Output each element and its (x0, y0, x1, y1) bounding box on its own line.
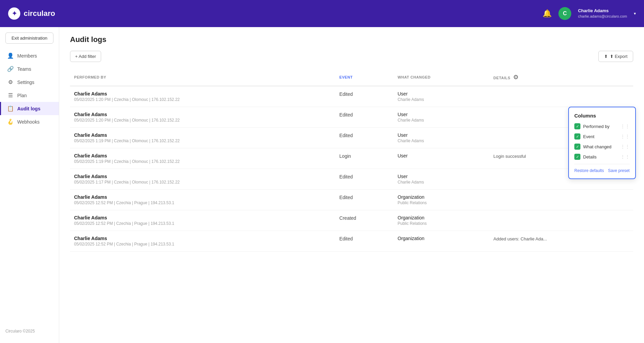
cell-performed-by: Charlie Adams 05/02/2025 12:52 PM | Czec… (70, 231, 335, 252)
restore-defaults-link[interactable]: Restore defaults (574, 168, 604, 173)
sidebar-item-label: Teams (17, 66, 31, 72)
table-row: Charlie Adams 05/02/2025 12:52 PM | Czec… (70, 210, 633, 231)
sidebar-item-webhooks[interactable]: 🪝 Webhooks (0, 115, 59, 128)
cell-performed-by: Charlie Adams 05/02/2025 1:20 PM | Czech… (70, 86, 335, 107)
cell-performed-by: Charlie Adams 05/02/2025 12:52 PM | Czec… (70, 210, 335, 231)
export-icon: ⬆ (604, 54, 608, 59)
cell-details (489, 86, 633, 107)
drag-handle-performed-by[interactable]: ⋮⋮ (620, 124, 630, 129)
cell-performed-by: Charlie Adams 05/02/2025 1:20 PM | Czech… (70, 107, 335, 128)
sidebar-item-members[interactable]: 👤 Members (0, 49, 59, 62)
drag-handle-what-changed[interactable]: ⋮⋮ (620, 144, 630, 149)
add-filter-button[interactable]: + Add filter (70, 51, 101, 62)
cell-performed-by: Charlie Adams 05/02/2025 1:19 PM | Czech… (70, 128, 335, 148)
sidebar-item-plan[interactable]: ☰ Plan (0, 89, 59, 102)
sidebar-item-label: Members (17, 53, 37, 59)
cell-what-changed: Organization Public Relations (394, 210, 489, 231)
cell-details: Added users: Charlie Ada... (489, 231, 633, 252)
cell-what-changed: User Charlie Adams (394, 169, 489, 190)
cell-event: Login (335, 148, 393, 169)
cell-details (489, 190, 633, 210)
cell-event: Edited (335, 128, 393, 148)
logo-icon: ✦ (8, 7, 20, 20)
save-preset-link[interactable]: Save preset (608, 168, 629, 173)
col-checkbox-details[interactable]: ✓ (574, 154, 580, 160)
cell-what-changed: User Charlie Adams (394, 107, 489, 128)
cell-performed-by: Charlie Adams 05/02/2025 1:19 PM | Czech… (70, 148, 335, 169)
teams-icon: 🔗 (7, 66, 14, 72)
cell-event: Edited (335, 107, 393, 128)
sidebar: Exit administration 👤 Members 🔗 Teams ⚙ … (0, 27, 59, 343)
audit-table: PERFORMED BY EVENT WHAT CHANGED DETAILS … (70, 69, 633, 252)
columns-gear-button[interactable]: ⚙ (512, 72, 520, 82)
export-button[interactable]: ⬆ ⬆ Export (598, 51, 633, 62)
page-title: Audit logs (70, 35, 633, 44)
header-right: 🔔 C Charlie Adams charlie.adams@circular… (543, 7, 636, 20)
app-name: circularo (24, 9, 55, 18)
table-row: Charlie Adams 05/02/2025 12:52 PM | Czec… (70, 231, 633, 252)
table-row: Charlie Adams 05/02/2025 1:17 PM | Czech… (70, 169, 633, 190)
sidebar-item-audit-logs[interactable]: 📋 Audit logs (0, 102, 59, 115)
cell-what-changed: User Charlie Adams (394, 86, 489, 107)
cell-what-changed: Organization (394, 231, 489, 252)
user-email: charlie.adams@circularo.com (578, 14, 627, 19)
cell-event: Edited (335, 231, 393, 252)
col-label-performed-by: Performed by (583, 124, 610, 129)
cell-details (489, 210, 633, 231)
cell-event: Edited (335, 169, 393, 190)
col-checkbox-event[interactable]: ✓ (574, 133, 580, 140)
table-row: Charlie Adams 05/02/2025 1:20 PM | Czech… (70, 107, 633, 128)
col-header-event: EVENT (335, 69, 393, 86)
columns-panel: Columns ✓ Performed by ⋮⋮ ✓ Event ⋮⋮ ✓ W… (568, 107, 636, 179)
sidebar-item-settings[interactable]: ⚙ Settings (0, 76, 59, 89)
export-label: ⬆ Export (610, 54, 627, 59)
col-checkbox-performed-by[interactable]: ✓ (574, 123, 580, 129)
webhooks-icon: 🪝 (7, 119, 14, 125)
cell-performed-by: Charlie Adams 05/02/2025 1:17 PM | Czech… (70, 169, 335, 190)
columns-panel-title: Columns (574, 113, 630, 119)
cell-event: Created (335, 210, 393, 231)
main-layout: Exit administration 👤 Members 🔗 Teams ⚙ … (0, 27, 644, 343)
sidebar-item-label: Plan (17, 93, 27, 98)
col-header-what-changed: WHAT CHANGED (394, 69, 489, 86)
sidebar-item-label: Webhooks (17, 119, 40, 125)
avatar: C (558, 7, 571, 20)
audit-logs-icon: 📋 (7, 105, 14, 112)
sidebar-item-label: Audit logs (17, 106, 40, 111)
plan-icon: ☰ (7, 92, 14, 99)
user-name: Charlie Adams (578, 8, 627, 14)
col-item-performed-by: ✓ Performed by ⋮⋮ (574, 123, 630, 129)
col-item-details: ✓ Details ⋮⋮ (574, 154, 630, 160)
cell-what-changed: Organization Public Relations (394, 190, 489, 210)
members-icon: 👤 (7, 52, 14, 59)
cell-event: Edited (335, 190, 393, 210)
user-info: Charlie Adams charlie.adams@circularo.co… (578, 8, 627, 19)
col-label-event: Event (583, 134, 594, 139)
col-header-performed-by: PERFORMED BY (70, 69, 335, 86)
sidebar-item-label: Settings (17, 80, 34, 85)
cell-what-changed: User Charlie Adams (394, 128, 489, 148)
table-row: Charlie Adams 05/02/2025 1:19 PM | Czech… (70, 128, 633, 148)
drag-handle-event[interactable]: ⋮⋮ (620, 134, 630, 139)
col-item-what-changed: ✓ What changed ⋮⋮ (574, 144, 630, 150)
col-header-details: DETAILS ⚙ (489, 69, 633, 86)
sidebar-item-teams[interactable]: 🔗 Teams (0, 62, 59, 76)
col-label-details: Details (583, 154, 597, 159)
sidebar-footer: Circularo ©2025 (0, 325, 59, 338)
col-checkbox-what-changed[interactable]: ✓ (574, 144, 580, 150)
cell-event: Edited (335, 86, 393, 107)
col-item-event: ✓ Event ⋮⋮ (574, 133, 630, 140)
cell-performed-by: Charlie Adams 05/02/2025 12:52 PM | Czec… (70, 190, 335, 210)
top-navigation: ✦ circularo 🔔 C Charlie Adams charlie.ad… (0, 0, 644, 27)
col-label-what-changed: What changed (583, 144, 612, 149)
user-dropdown-caret-icon[interactable]: ▾ (634, 11, 636, 16)
table-row: Charlie Adams 05/02/2025 12:52 PM | Czec… (70, 190, 633, 210)
notification-icon[interactable]: 🔔 (543, 9, 552, 18)
settings-icon: ⚙ (7, 79, 14, 85)
exit-administration-button[interactable]: Exit administration (5, 33, 53, 44)
table-row: Charlie Adams 05/02/2025 1:19 PM | Czech… (70, 148, 633, 169)
drag-handle-details[interactable]: ⋮⋮ (620, 154, 630, 159)
cell-what-changed: User (394, 148, 489, 169)
columns-panel-footer: Restore defaults Save preset (574, 164, 630, 173)
toolbar: + Add filter ⬆ ⬆ Export (70, 51, 633, 62)
